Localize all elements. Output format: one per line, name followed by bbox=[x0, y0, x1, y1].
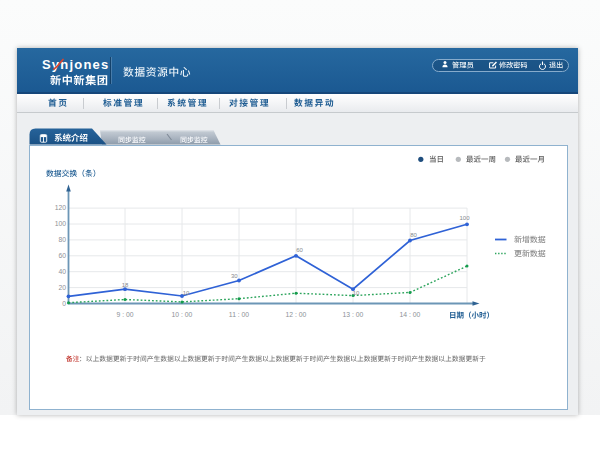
svg-text:120: 120 bbox=[55, 204, 67, 211]
svg-text:11 : 00: 11 : 00 bbox=[229, 311, 250, 318]
svg-text:100: 100 bbox=[459, 215, 470, 221]
svg-text:100: 100 bbox=[55, 220, 67, 227]
svg-text:13 : 00: 13 : 00 bbox=[343, 311, 364, 318]
svg-text:30: 30 bbox=[231, 273, 238, 279]
svg-text:80: 80 bbox=[410, 232, 417, 238]
svg-text:60: 60 bbox=[296, 247, 303, 253]
svg-text:80: 80 bbox=[58, 236, 66, 243]
svg-text:60: 60 bbox=[58, 252, 66, 259]
svg-text:10: 10 bbox=[183, 290, 190, 296]
svg-text:0: 0 bbox=[62, 300, 66, 307]
svg-text:40: 40 bbox=[58, 268, 66, 275]
svg-text:10 : 00: 10 : 00 bbox=[172, 311, 193, 318]
svg-text:20: 20 bbox=[58, 284, 66, 291]
svg-text:14 : 00: 14 : 00 bbox=[400, 311, 421, 318]
svg-text:10: 10 bbox=[353, 290, 360, 296]
svg-text:12 : 00: 12 : 00 bbox=[286, 311, 307, 318]
svg-text:9 : 00: 9 : 00 bbox=[116, 311, 133, 318]
svg-text:18: 18 bbox=[122, 282, 129, 288]
